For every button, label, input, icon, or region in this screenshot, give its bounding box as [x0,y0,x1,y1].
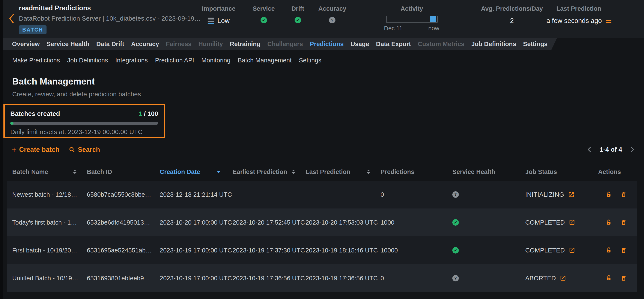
unlock-icon[interactable] [606,191,612,198]
cell-batch-id: 6531695ae524551ab… [87,247,160,254]
col-last-prediction[interactable]: Last Prediction [306,168,380,175]
main-nav-tab-accuracy[interactable]: Accuracy [128,41,162,48]
external-link-icon[interactable] [568,191,574,198]
importance-value: Low [218,17,230,25]
table-row[interactable]: Today's first batch - 1…6532be6dfd419501… [7,208,637,236]
table-row[interactable]: First batch - 10/19/20…6531695ae524551ab… [7,236,637,264]
main-nav-tab-predictions[interactable]: Predictions [306,41,347,48]
predictions-sub-nav-tab-prediction-api[interactable]: Prediction API [151,57,198,64]
quota-separator: / [142,110,148,117]
back-chevron-icon[interactable] [8,14,14,25]
cell-last-prediction: 2023-10-20 17:53:03 UTC [306,219,380,226]
main-nav-tab-usage[interactable]: Usage [347,41,372,48]
table-row[interactable]: Untitled Batch - 10/19…6531693801ebfeeb9… [7,264,637,292]
col-creation-date[interactable]: Creation Date [160,168,232,175]
tab-label: Accuracy [131,41,159,47]
main-nav-tab-fairness: Fairness [162,41,195,48]
deployment-title-block: readmitted Predictions DataRobot Predict… [19,4,201,34]
importance-label: Importance [202,5,236,12]
main-nav-tab-settings[interactable]: Settings [520,41,551,48]
trash-icon[interactable] [620,247,627,253]
earliest-prediction-text: 2023-10-19 17:37:30 UTC [232,247,305,254]
sort-icon[interactable] [367,170,370,174]
batches-created-quota-box: Batches created 1 / 100 Daily limit rese… [4,104,165,138]
service-ok-icon: ✓ [260,17,267,23]
trash-icon[interactable] [620,275,627,281]
predictions-sub-nav-tab-make-predictions[interactable]: Make Predictions [8,57,64,64]
metric-activity: Activity Dec 11 now [386,5,438,12]
tab-label: Challengers [267,41,303,47]
main-nav-tab-data-export[interactable]: Data Export [372,41,414,48]
cell-batch-name: First batch - 10/19/20… [7,247,87,254]
cell-job-status: COMPLETED [523,219,596,226]
service-label: Service [252,5,274,12]
batch-name-text: Newest batch - 12/18… [12,191,77,198]
job-status-text: INITIALIZING [525,191,564,198]
trash-icon[interactable] [620,219,627,226]
sort-desc-icon[interactable] [217,171,220,173]
main-nav-tab-notifications[interactable]: Notifications [551,41,596,48]
tab-label: Humility [198,41,223,47]
tab-label: Notifications [554,41,592,47]
predictions-sub-nav-tab-batch-management[interactable]: Batch Management [234,57,295,64]
batch-name-text: Untitled Batch - 10/19… [12,275,78,282]
predictions-sub-nav-tab-job-definitions[interactable]: Job Definitions [64,57,112,64]
tab-label: Service Health [46,41,90,47]
external-link-icon[interactable] [569,219,575,226]
creation-date-text: 2023-10-19 17:00:00 UTC [160,275,232,282]
predictions-count-text: 0 [380,191,384,198]
creation-date-text: 2023-10-19 17:00:00 UTC [160,247,232,254]
tab-label: Settings [523,41,548,47]
unlock-icon[interactable] [606,247,612,253]
cell-creation-date: 2023-10-20 17:00:00 UTC [160,219,232,226]
metric-accuracy: Accuracy ? [318,5,346,23]
tab-label: Job Definitions [67,57,108,64]
create-batch-button[interactable]: + Create batch [12,146,60,154]
main-nav: OverviewService HealthData DriftAccuracy… [0,38,557,50]
cell-service-health: ✓ [450,219,523,226]
main-nav-tab-job-definitions[interactable]: Job Definitions [468,41,520,48]
page-range: 1-4 of 4 [600,146,622,153]
hamburger-menu-icon[interactable] [606,19,611,23]
cell-last-prediction: – [306,191,380,198]
col-batch-name[interactable]: Batch Name [7,168,87,175]
unlock-icon[interactable] [606,275,612,281]
main-nav-tab-overview[interactable]: Overview [8,41,43,48]
search-button[interactable]: Search [69,146,100,154]
batch-id-text: 6531693801ebfeeb9… [87,275,150,282]
tab-label: Monitoring [201,57,230,64]
next-page-icon[interactable] [631,146,634,153]
last-prediction-text: 2023-10-20 17:53:03 UTC [306,219,378,226]
sort-icon[interactable] [73,170,76,174]
predictions-count-text: 1000 [380,219,394,226]
external-link-icon[interactable] [569,247,575,253]
main-nav-tab-humility: Humility [195,41,226,48]
drift-ok-icon: ✓ [294,17,301,23]
main-nav-tab-data-drift[interactable]: Data Drift [93,41,128,48]
cell-batch-name: Newest batch - 12/18… [7,191,87,198]
main-nav-tab-retraining[interactable]: Retraining [226,41,264,48]
unlock-icon[interactable] [606,219,612,226]
col-predictions-label: Predictions [380,168,414,175]
health-ok-icon: ✓ [452,219,459,226]
predictions-sub-nav-tab-settings[interactable]: Settings [295,57,325,64]
col-job-status: Job Status [523,168,596,175]
col-earliest-prediction[interactable]: Earliest Prediction [232,168,306,175]
external-link-icon[interactable] [560,275,566,281]
main-nav-tab-service-health[interactable]: Service Health [43,41,93,48]
batch-management-page: readmitted Predictions DataRobot Predict… [0,0,644,299]
predictions-sub-nav-tab-integrations[interactable]: Integrations [112,57,152,64]
deployment-header: readmitted Predictions DataRobot Predict… [0,0,644,38]
sort-icon[interactable] [292,170,295,174]
col-actions-label: Actions [598,168,621,175]
trash-icon[interactable] [620,191,627,198]
quota-title: Batches created [10,110,60,117]
previous-page-icon[interactable] [587,146,591,153]
table-row[interactable]: Newest batch - 12/18…6580b7ca0550c3bbe…2… [7,181,637,208]
earliest-prediction-text: 2023-10-20 17:52:45 UTC [232,219,305,226]
creation-date-text: 2023-10-20 17:00:00 UTC [160,219,232,226]
creation-date-text: 2023-12-18 21:21:14 UTC [160,191,232,198]
cell-service-health: ? [450,191,523,198]
cell-last-prediction: 2023-10-19 17:36:56 UTC [306,275,380,282]
tab-label: Data Export [376,41,411,47]
